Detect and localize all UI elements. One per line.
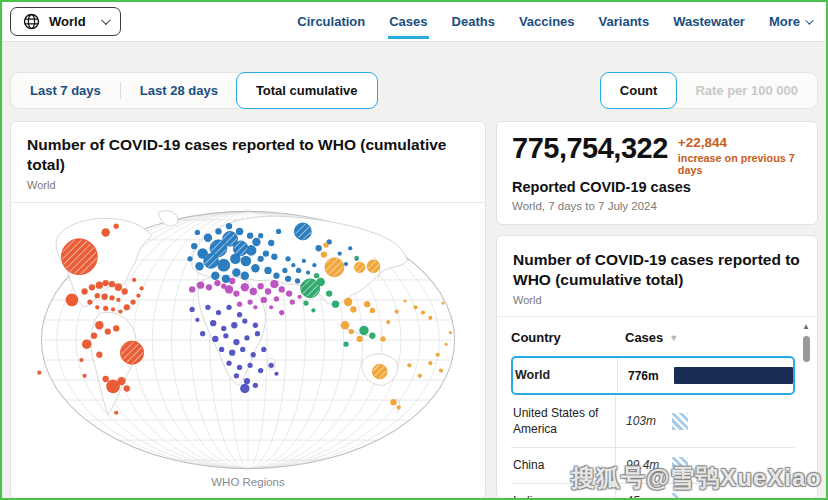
cases-bar-track [672,493,795,499]
column-header-country[interactable]: Country [511,330,615,345]
top-bar: World CirculationCasesDeathsVaccinesVari… [2,2,826,42]
country-cell: United States of America [511,396,615,446]
table-row[interactable]: India45m [511,483,795,499]
cases-value: 45m [626,494,664,499]
nav-tab-more[interactable]: More [768,4,812,39]
nav-tab-label: Wastewater [673,14,745,29]
table-row[interactable]: China99.4m [511,447,795,483]
nav-tab-deaths[interactable]: Deaths [451,4,496,39]
table-card-subtitle: World [513,294,801,306]
table-header-row: Country Cases ▼ [511,321,795,355]
table-card-header: Number of COVID-19 cases reported to WHO… [497,236,817,316]
cases-bar-track [672,413,795,430]
globe-icon [23,13,40,30]
filter-total-cumulative[interactable]: Total cumulative [236,72,378,109]
delta-block: +22,844 increase on previous 7 days [678,133,802,176]
metric-rate-per-100-000: Rate per 100 000 [676,73,817,108]
cases-bar [672,493,679,499]
filter-row: Last 7 daysLast 28 daysTotal cumulative … [10,72,818,109]
right-column: 775,754,322 +22,844 increase on previous… [496,121,818,499]
chevron-down-icon [805,16,813,24]
main-nav: CirculationCasesDeathsVaccinesVariantsWa… [296,4,812,39]
region-selector-button[interactable]: World [10,7,121,36]
summary-stat-card: 775,754,322 +22,844 increase on previous… [496,121,818,225]
nav-tab-label: More [769,14,800,29]
time-range-segmented-control: Last 7 daysLast 28 daysTotal cumulative [10,72,378,109]
stat-label: Reported COVID-19 cases [512,179,802,195]
cases-bar-track [674,367,793,384]
filter-last-28-days[interactable]: Last 28 days [121,73,237,108]
who-covid-dashboard: { "header": { "region_selector": { "labe… [0,0,828,500]
table-rows: World776mUnited States of America103mChi… [511,356,795,499]
cases-cell: 103m [615,396,795,446]
nav-tab-variants[interactable]: Variants [598,4,651,39]
table-card: Number of COVID-19 cases reported to WHO… [496,235,818,499]
cases-cell: 776m [617,358,793,393]
cases-bar [674,367,793,384]
cases-cell: 99.4m [615,448,795,483]
nav-tab-label: Variants [599,14,650,29]
stat-period: World, 7 days to 7 July 2024 [512,200,802,212]
cases-bar-track [672,457,795,474]
table-row[interactable]: World776m [511,356,795,395]
nav-tab-label: Deaths [452,14,495,29]
country-cell: World [513,358,617,393]
nav-tab-label: Circulation [297,14,365,29]
nav-tab-cases[interactable]: Cases [388,4,428,39]
map-legend-caption: WHO Regions [211,476,285,488]
metric-count[interactable]: Count [600,72,678,109]
filter-last-7-days[interactable]: Last 7 days [11,73,120,108]
nav-tab-circulation[interactable]: Circulation [296,4,366,39]
total-cases-number: 775,754,322 [512,133,668,163]
map-card-subtitle: World [27,179,469,191]
table-row[interactable]: United States of America103m [511,396,795,446]
delta-caption: increase on previous 7 days [678,152,802,176]
map-card: Number of COVID-19 cases reported to WHO… [10,121,486,499]
nav-tab-label: Vaccines [519,14,575,29]
cases-value: 99.4m [626,458,664,472]
table-scrollbar[interactable]: ▲ [801,323,811,499]
region-selector-label: World [49,14,86,29]
map-body: WHO Regions [11,203,485,498]
nav-tab-label: Cases [389,14,427,29]
column-header-cases[interactable]: Cases ▼ [615,330,678,345]
nav-tab-wastewater[interactable]: Wastewater [672,4,746,39]
chevron-down-icon [101,15,111,25]
cases-cell: 45m [615,484,795,499]
country-cell: India [511,484,615,499]
map-card-header: Number of COVID-19 cases reported to WHO… [11,122,485,203]
country-cell: China [511,448,615,483]
scrollbar-thumb[interactable] [803,336,810,362]
scroll-up-icon[interactable]: ▲ [802,323,810,331]
country-table: Country Cases ▼ World776mUnited States o… [497,316,817,499]
table-card-title: Number of COVID-19 cases reported to WHO… [513,250,801,290]
cases-bar [672,457,688,474]
world-bubble-map[interactable] [34,206,462,474]
nav-tab-vaccines[interactable]: Vaccines [518,4,576,39]
metric-segmented-control: CountRate per 100 000 [600,72,818,109]
sort-descending-icon[interactable]: ▼ [669,333,678,343]
cases-value: 103m [626,414,664,428]
map-card-title: Number of COVID-19 cases reported to WHO… [27,135,469,175]
delta-value: +22,844 [678,135,802,150]
cases-value: 776m [628,369,666,383]
main-content: Number of COVID-19 cases reported to WHO… [10,121,818,499]
cases-bar [672,413,688,430]
